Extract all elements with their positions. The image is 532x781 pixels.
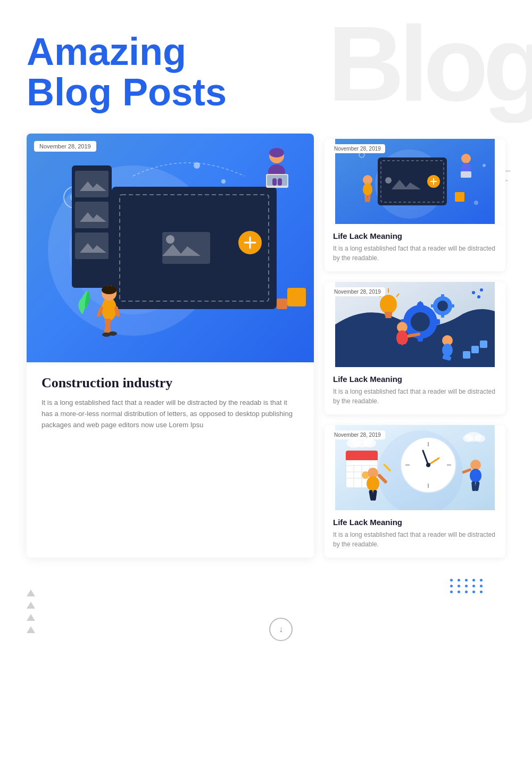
svg-point-124 [463,435,473,442]
sidebar-card-2-image: November 28, 2019 [325,282,505,367]
sidebar-card-1-title: Life Lack Meaning [333,231,497,240]
svg-rect-33 [287,288,306,306]
sidebar-card-1-excerpt: It is a long established fact that a rea… [333,244,497,263]
svg-point-80 [442,344,453,356]
bullet-4 [27,626,35,633]
svg-rect-34 [277,298,287,309]
svg-rect-7 [75,171,109,197]
svg-point-122 [363,439,376,447]
svg-point-44 [363,183,372,196]
blog-layout: November 28, 2019 [0,123,532,579]
svg-point-116 [470,469,481,483]
svg-point-98 [426,463,430,467]
svg-point-56 [411,312,430,331]
main-post-excerpt: It is a long established fact that a rea… [41,397,299,430]
svg-rect-8 [75,202,109,228]
main-post-title: Construction industry [41,375,299,391]
hero-section: Amazing Blog Posts Blog [0,0,532,123]
sidebar-card-2-excerpt: It is a long established fact that a rea… [333,387,497,406]
bullet-1 [27,589,35,596]
svg-point-87 [477,295,480,298]
sidebar-card-3-image: November 28, 2019 [325,425,505,510]
sidebar-posts: November 28, 2019 [325,134,505,558]
svg-point-25 [109,331,117,336]
svg-point-17 [102,297,117,321]
svg-rect-30 [267,175,287,186]
sidebar-card-1-date: November 28, 2019 [330,144,385,153]
sidebar-card-2[interactable]: November 28, 2019 [325,282,505,414]
sidebar-card-3-content: Life Lack Meaning It is a long establish… [325,510,505,558]
svg-rect-65 [441,313,444,318]
sidebar-card-3[interactable]: November 28, 2019 [325,425,505,558]
svg-rect-69 [385,312,392,316]
sidebar-card-3-title: Life Lack Meaning [333,518,497,527]
svg-point-85 [472,291,475,294]
svg-point-47 [461,154,471,163]
sidebar-card-1-image: November 28, 2019 [325,139,505,224]
scroll-down-button[interactable]: ↓ [269,618,293,641]
sidebar-card-2-date: November 28, 2019 [330,287,385,296]
sidebar-card-3-date: November 28, 2019 [330,430,385,439]
svg-point-39 [385,177,392,184]
svg-rect-101 [346,456,378,460]
main-post-illustration [27,134,314,362]
svg-point-110 [367,476,379,491]
svg-point-5 [221,179,226,184]
main-post-date: November 28, 2019 [34,141,96,152]
dots-grid [450,579,484,604]
sidebar-card-1[interactable]: November 28, 2019 [325,139,505,271]
svg-point-27 [269,148,284,157]
triangle-bullets [27,579,35,633]
svg-rect-53 [455,192,464,202]
main-post-card[interactable]: November 28, 2019 [27,134,314,558]
svg-point-52 [483,164,486,167]
svg-point-51 [474,201,478,205]
svg-point-68 [380,295,397,314]
svg-rect-82 [463,351,470,359]
svg-rect-31 [272,178,277,186]
sidebar-card-2-content: Life Lack Meaning It is a long establish… [325,367,505,414]
svg-point-63 [437,301,448,311]
svg-rect-64 [441,294,444,299]
svg-rect-66 [431,304,436,308]
svg-rect-84 [480,340,487,348]
svg-rect-67 [450,304,454,308]
scroll-arrow-icon: ↓ [279,625,283,634]
svg-point-86 [480,288,483,292]
page-title: Amazing Blog Posts [27,32,505,112]
svg-point-125 [475,435,485,442]
svg-point-19 [102,286,117,294]
sidebar-card-1-content: Life Lack Meaning It is a long establish… [325,224,505,271]
bullet-3 [27,614,35,621]
main-post-image: November 28, 2019 [27,134,314,362]
svg-point-121 [347,438,361,448]
svg-point-13 [166,235,174,244]
svg-point-75 [396,330,408,345]
sidebar-card-2-title: Life Lack Meaning [333,375,497,384]
sidebar-card-3-excerpt: It is a long established fact that a rea… [333,530,497,549]
svg-rect-49 [461,171,471,178]
bottom-section: ↓ [0,579,532,668]
svg-rect-9 [75,232,109,259]
svg-rect-70 [385,316,392,318]
bullet-2 [27,602,35,609]
main-post-content: Construction industry It is a long estab… [27,362,314,445]
svg-rect-32 [278,178,282,186]
svg-rect-60 [433,319,440,325]
svg-rect-83 [471,346,479,353]
